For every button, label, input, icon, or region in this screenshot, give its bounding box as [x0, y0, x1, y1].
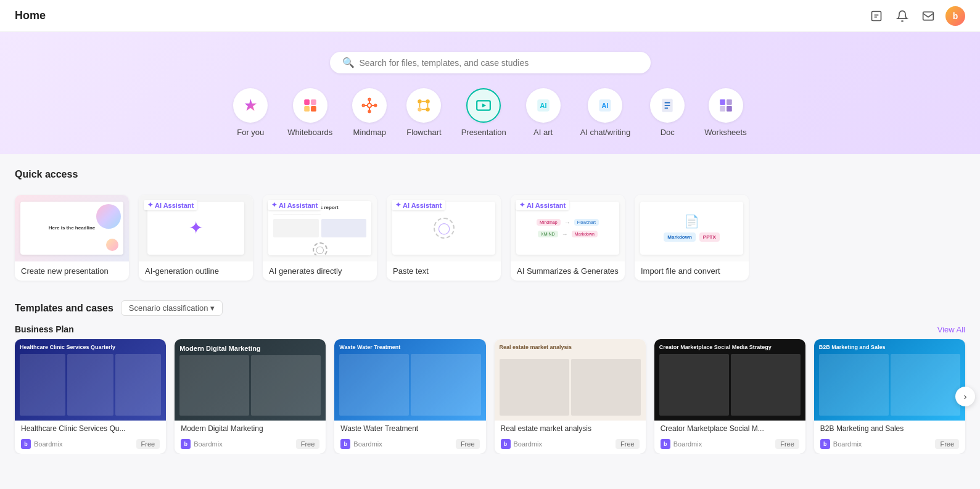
tmpl-footer-b2b: b Boardmix Free: [814, 434, 965, 454]
file-icon[interactable]: [868, 7, 885, 25]
svg-point-10: [374, 104, 376, 106]
quick-card-ai-sum[interactable]: ✦ AI Assistant Mindmap → Flowchart XMIND…: [511, 195, 625, 281]
avatar[interactable]: b: [945, 6, 965, 26]
ai-badge-outline: ✦ AI Assistant: [144, 200, 197, 210]
business-plan-title: Business Plan: [15, 324, 74, 334]
svg-rect-30: [727, 99, 732, 105]
template-cards-container: Healthcare Clinic Services Quarterly Hea…: [0, 339, 980, 454]
quick-card-paste-thumb: ✦ AI Assistant ◯: [387, 195, 501, 261]
template-card-waste[interactable]: Waste Water Treatment Waste Water Treatm…: [334, 339, 485, 454]
svg-point-14: [426, 107, 430, 112]
cat-worksheets-label: Worksheets: [704, 128, 746, 137]
view-all-link[interactable]: View All: [937, 325, 965, 334]
tmpl-name-realestate: Real estate market analysis: [495, 421, 646, 434]
template-card-b2b[interactable]: B2B Marketing and Sales B2B Marketing an…: [814, 339, 965, 454]
cat-ai-chat[interactable]: AI AI chat/writing: [580, 88, 631, 137]
search-icon: 🔍: [342, 57, 355, 68]
tmpl-author-waste: b Boardmix: [340, 439, 382, 449]
quick-card-import[interactable]: 📄 Markdown PPTX Import file and convert: [635, 195, 749, 281]
cat-doc[interactable]: Doc: [650, 88, 685, 137]
cat-flowchart[interactable]: Flowchart: [406, 88, 441, 137]
bell-icon[interactable]: [894, 7, 911, 25]
tmpl-footer-healthcare: b Boardmix Free: [15, 434, 166, 454]
tmpl-author-healthcare: b Boardmix: [21, 439, 62, 449]
free-badge-b2b: Free: [935, 439, 959, 449]
category-tabs: For you Whiteboards Mindmap Flowchart: [233, 88, 746, 137]
mail-icon[interactable]: [920, 7, 937, 25]
free-badge-modern: Free: [296, 439, 320, 449]
quick-card-ai-outline-label: AI-generation outline: [139, 261, 253, 281]
boardmix-logo-modern: b: [181, 439, 191, 449]
scenario-dropdown[interactable]: Scenario classification ▾: [121, 300, 223, 316]
cat-whiteboards-icon-wrap: [293, 88, 327, 123]
svg-rect-1: [923, 12, 934, 20]
search-bar[interactable]: 🔍: [330, 52, 651, 73]
badge-markdown: Markdown: [664, 232, 696, 242]
quick-card-ai-sum-label: AI Summarizes & Generates: [511, 261, 625, 281]
tmpl-author-b2b: b Boardmix: [820, 439, 862, 449]
tmpl-name-waste: Waste Water Treatment: [334, 421, 485, 434]
tmpl-footer-modern: b Boardmix Free: [175, 434, 326, 454]
paste-circle-icon: ◯: [434, 218, 455, 239]
cat-mindmap-icon-wrap: [352, 88, 387, 123]
cat-whiteboards[interactable]: Whiteboards: [287, 88, 332, 137]
hero-banner: 🔍 For you Whiteboards Mindmap: [0, 32, 980, 154]
business-plan-header: Business Plan View All: [0, 316, 980, 339]
boardmix-logo-waste: b: [340, 439, 350, 449]
tmpl-thumb-waste: Waste Water Treatment: [334, 339, 485, 421]
cat-ai-art[interactable]: AI AI art: [526, 88, 561, 137]
cat-for-you[interactable]: For you: [233, 88, 268, 137]
cat-doc-icon-wrap: [650, 88, 685, 123]
svg-point-9: [363, 104, 364, 106]
quick-card-ai-sum-thumb: ✦ AI Assistant Mindmap → Flowchart XMIND…: [511, 195, 625, 261]
template-card-healthcare[interactable]: Healthcare Clinic Services Quarterly Hea…: [15, 339, 166, 454]
quick-card-paste[interactable]: ✦ AI Assistant ◯ Paste text: [387, 195, 501, 281]
quick-card-ai-outline[interactable]: ✦ AI Assistant ✦ AI-generation outline: [139, 195, 253, 281]
cat-worksheets[interactable]: Worksheets: [704, 88, 746, 137]
badge-pptx: PPTX: [699, 232, 720, 242]
sum-node-4: Markdown: [572, 231, 598, 237]
svg-point-13: [418, 107, 422, 112]
tmpl-name-b2b: B2B Marketing and Sales: [814, 421, 965, 434]
template-card-creator[interactable]: Creator Marketplace Social Media Strateg…: [654, 339, 805, 454]
svg-rect-32: [727, 106, 732, 112]
svg-rect-3: [311, 99, 316, 105]
template-card-realestate[interactable]: Real estate market analysis Real estate …: [495, 339, 646, 454]
free-badge-realestate: Free: [616, 439, 640, 449]
cat-flowchart-icon-wrap: [406, 88, 441, 123]
boardmix-logo-realestate: b: [501, 439, 511, 449]
svg-point-12: [426, 99, 430, 104]
quick-card-new-pres-label: Create new presentation: [15, 261, 129, 281]
cat-presentation[interactable]: Presentation: [461, 88, 506, 137]
tmpl-thumb-healthcare: Healthcare Clinic Services Quarterly: [15, 339, 166, 421]
avatar-letter: b: [953, 11, 958, 21]
quick-card-ai-gen[interactable]: ✦ AI Assistant Pet Industry analysis rep…: [263, 195, 377, 281]
svg-point-11: [418, 99, 422, 104]
quick-card-new-pres-thumb: Here is the headline: [15, 195, 129, 261]
cat-for-you-icon-wrap: [233, 88, 268, 123]
tmpl-name-healthcare: Healthcare Clinic Services Qu...: [15, 421, 166, 434]
cat-mindmap[interactable]: Mindmap: [352, 88, 387, 137]
free-badge-creator: Free: [775, 439, 799, 449]
ai-sparkle-icon: ✦: [189, 218, 203, 238]
carousel-next-button[interactable]: ›: [955, 387, 975, 406]
svg-point-7: [369, 99, 371, 101]
tmpl-author-modern: b Boardmix: [181, 439, 222, 449]
boardmix-logo-b2b: b: [820, 439, 830, 449]
tmpl-author-realestate: b Boardmix: [501, 439, 542, 449]
quick-card-ai-gen-thumb: ✦ AI Assistant Pet Industry analysis rep…: [263, 195, 377, 261]
svg-marker-20: [482, 104, 487, 108]
svg-rect-29: [720, 99, 725, 105]
search-input[interactable]: [360, 58, 638, 68]
import-file-icon: 📄: [684, 214, 699, 229]
tmpl-footer-realestate: b Boardmix Free: [495, 434, 646, 454]
tmpl-name-modern: Modern Digital Marketing: [175, 421, 326, 434]
svg-rect-2: [304, 99, 310, 105]
sum-node-1: Mindmap: [537, 219, 561, 226]
cat-for-you-label: For you: [237, 128, 264, 137]
quick-access-section: Quick access: [0, 154, 980, 195]
template-card-modern[interactable]: Modern Digital Marketing Modern Digital …: [175, 339, 326, 454]
templates-title-row: Templates and cases Scenario classificat…: [15, 300, 223, 316]
quick-card-new-pres[interactable]: Here is the headline Create new presenta…: [15, 195, 129, 281]
quick-card-ai-gen-label: AI generates directly: [263, 261, 377, 281]
